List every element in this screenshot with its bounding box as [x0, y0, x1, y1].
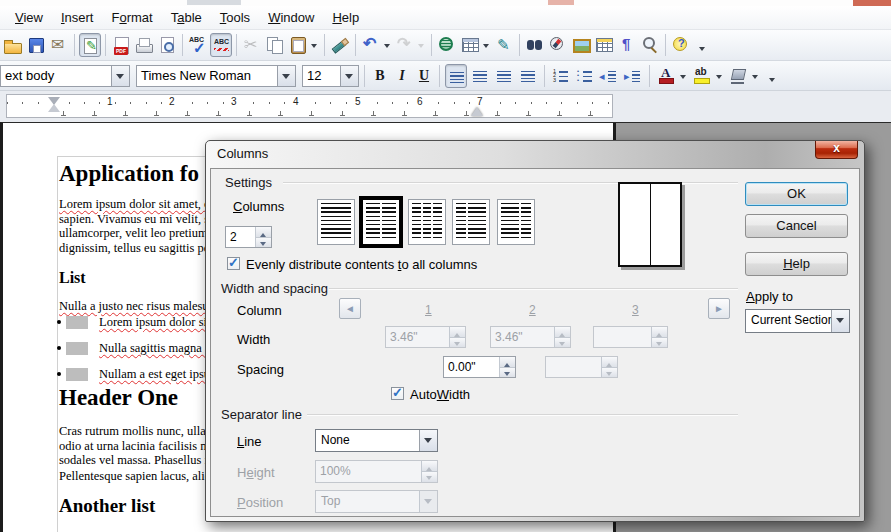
align-justify-icon[interactable] [517, 64, 539, 88]
toolbar-overflow-icon[interactable] [763, 64, 785, 88]
indent-marker[interactable] [48, 97, 60, 105]
evenly-distribute-checkbox[interactable] [227, 257, 240, 270]
font-color-dropdown-icon[interactable] [679, 64, 689, 88]
formatting-marks-icon[interactable] [616, 33, 638, 57]
toolbar-overflow-icon[interactable] [693, 33, 715, 57]
background-color-dropdown-icon[interactable] [751, 64, 761, 88]
navigator-icon[interactable] [547, 33, 569, 57]
bullet-icon [57, 320, 61, 324]
menu-table[interactable]: Table [162, 7, 211, 28]
menu-format[interactable]: Format [102, 7, 161, 28]
table-dropdown-icon[interactable] [482, 33, 492, 57]
stepper-down-icon[interactable] [256, 237, 271, 248]
copy-icon[interactable] [264, 33, 286, 57]
spellcheck-icon[interactable] [187, 33, 209, 57]
help-button[interactable]: Help [745, 252, 848, 276]
spacing-1-stepper[interactable]: 0.00" [443, 356, 516, 378]
menu-view[interactable]: View [6, 7, 52, 28]
list-item-text: Nulla sagittis magna at [99, 341, 214, 356]
numbered-list-icon[interactable] [550, 64, 572, 88]
format-paintbrush-icon[interactable] [329, 33, 351, 57]
menu-insert[interactable]: Insert [52, 7, 103, 28]
underline-icon[interactable]: U [414, 64, 434, 88]
field-placeholder[interactable] [66, 368, 88, 381]
cancel-button[interactable]: Cancel [745, 214, 848, 238]
export-pdf-icon[interactable] [110, 33, 132, 57]
toolbar-separator [649, 65, 650, 87]
chevron-down-icon[interactable] [277, 66, 295, 86]
line-style-value: None [316, 430, 419, 451]
save-icon[interactable] [25, 33, 47, 57]
edit-file-icon[interactable] [79, 33, 101, 57]
paragraph-style-combo[interactable]: ext body [0, 65, 130, 87]
field-placeholder[interactable] [66, 316, 88, 329]
hyperlink-icon[interactable] [436, 33, 458, 57]
menu-help[interactable]: Help [323, 7, 368, 28]
line-label: Line [237, 434, 262, 449]
columns-count-stepper[interactable]: 2 [225, 226, 272, 248]
draw-functions-icon[interactable] [493, 33, 515, 57]
group-line [307, 414, 738, 416]
help-icon[interactable] [670, 33, 692, 57]
preset-three-columns[interactable] [408, 199, 446, 245]
chevron-down-icon[interactable] [419, 430, 437, 451]
undo-dropdown-icon[interactable] [383, 33, 393, 57]
menu-tools[interactable]: Tools [211, 7, 259, 28]
insert-table-icon[interactable] [459, 33, 481, 57]
preset-one-column[interactable] [317, 199, 355, 245]
data-sources-icon[interactable] [593, 33, 615, 57]
chevron-down-icon[interactable] [340, 66, 358, 86]
right-indent-marker[interactable] [471, 107, 483, 116]
italic-icon[interactable]: I [392, 64, 412, 88]
column-next-arrow-icon[interactable]: ► [708, 298, 730, 319]
zoom-icon[interactable] [639, 33, 661, 57]
open-icon[interactable] [2, 33, 24, 57]
menu-window[interactable]: Window [259, 7, 323, 28]
ok-button[interactable]: OK [745, 182, 848, 206]
undo-icon[interactable] [360, 33, 382, 57]
stepper-down-icon[interactable] [500, 367, 515, 378]
stepper-up-icon[interactable] [500, 357, 515, 367]
column-label: Column [237, 303, 282, 318]
preset-right-narrow[interactable] [497, 199, 535, 245]
background-color-icon[interactable] [727, 64, 749, 88]
align-center-icon[interactable] [469, 64, 491, 88]
page-preview-icon[interactable] [156, 33, 178, 57]
preset-two-columns[interactable] [359, 196, 403, 248]
ruler-number: 4 [291, 96, 301, 107]
bullet-list-icon[interactable] [574, 64, 596, 88]
autowidth-checkbox[interactable] [391, 387, 404, 400]
stepper-up-icon[interactable] [256, 227, 271, 237]
decrease-indent-icon[interactable] [598, 64, 620, 88]
columns-preview [618, 182, 682, 267]
bullet-icon [57, 346, 61, 350]
autowidth-label: AutoWidth [410, 387, 470, 402]
paste-icon[interactable] [287, 33, 309, 57]
chevron-down-icon[interactable] [111, 66, 129, 86]
line-style-select[interactable]: None [315, 429, 438, 452]
horizontal-ruler[interactable]: 1 2 3 4 5 6 7 [6, 94, 613, 118]
highlighting-dropdown-icon[interactable] [715, 64, 725, 88]
font-name-combo[interactable]: Times New Roman [136, 65, 296, 87]
paste-dropdown-icon[interactable] [310, 33, 320, 57]
column-number-2: 2 [529, 303, 536, 317]
align-right-icon[interactable] [493, 64, 515, 88]
increase-indent-icon[interactable] [622, 64, 644, 88]
field-placeholder[interactable] [66, 342, 88, 355]
close-icon[interactable]: x [815, 141, 858, 159]
highlighting-icon[interactable] [691, 64, 713, 88]
gallery-icon[interactable] [570, 33, 592, 57]
font-color-icon[interactable] [655, 64, 677, 88]
email-icon[interactable] [48, 33, 70, 57]
align-left-icon[interactable] [445, 64, 467, 88]
chevron-down-icon[interactable] [831, 310, 849, 332]
autospellcheck-icon[interactable] [210, 33, 232, 57]
bold-icon[interactable]: B [370, 64, 390, 88]
apply-to-select[interactable]: Current Section [745, 309, 850, 333]
preset-left-narrow[interactable] [452, 199, 490, 245]
print-icon[interactable] [133, 33, 155, 57]
font-size-combo[interactable]: 12 [302, 65, 359, 87]
column-prev-arrow-icon[interactable]: ◄ [339, 298, 361, 319]
find-replace-icon[interactable] [524, 33, 546, 57]
stepper-buttons[interactable] [255, 227, 271, 247]
